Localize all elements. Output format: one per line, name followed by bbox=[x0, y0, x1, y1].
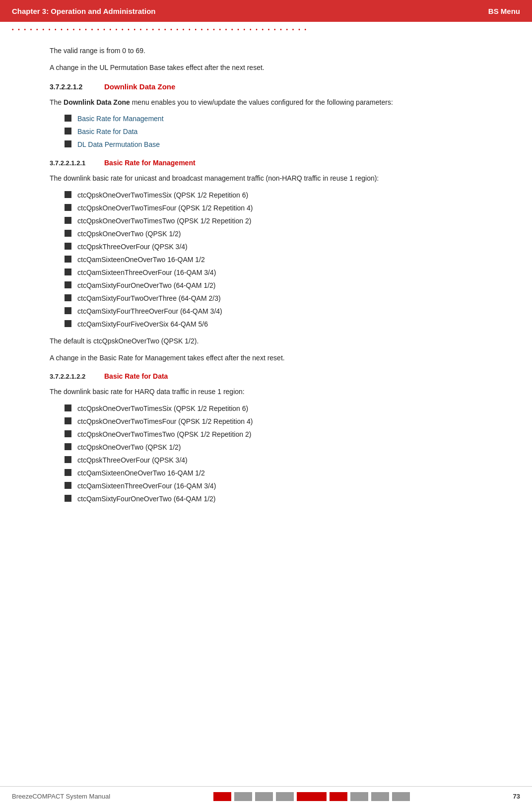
section-37222-title: Basic Rate for Data bbox=[104, 372, 168, 380]
list-item: ctcQpskOneOverTwoTimesTwo (QPSK 1/2 Repe… bbox=[65, 216, 482, 226]
section-3722-intro: The Downlink Data Zone menu enables you … bbox=[50, 97, 482, 108]
section-37222-num: 3.7.2.2.1.2.2 bbox=[50, 373, 104, 380]
list-item: ctcQpskThreeOverFour (QPSK 3/4) bbox=[65, 455, 482, 466]
list-item: Basic Rate for Data bbox=[65, 127, 482, 137]
item-text: ctcQpskOneOverTwoTimesSix (QPSK 1/2 Repe… bbox=[77, 403, 248, 414]
list-item: Basic Rate for Management bbox=[65, 114, 482, 124]
bullet-icon bbox=[65, 230, 71, 237]
bullet-icon bbox=[65, 269, 71, 275]
page-footer: BreezeCOMPACT System Manual 73 bbox=[0, 786, 532, 806]
list-item: ctcQamSixtyFourTwoOverThree (64-QAM 2/3) bbox=[65, 293, 482, 304]
item-text: ctcQpskOneOverTwoTimesFour (QPSK 1/2 Rep… bbox=[77, 416, 253, 427]
item-text: ctcQamSixtyFourFiveOverSix 64-QAM 5/6 bbox=[77, 319, 208, 330]
bullet-icon bbox=[65, 256, 71, 263]
section-37222-items: ctcQpskOneOverTwoTimesSix (QPSK 1/2 Repe… bbox=[65, 403, 482, 504]
list-item: ctcQpskOneOverTwoTimesSix (QPSK 1/2 Repe… bbox=[65, 403, 482, 414]
footer-title: BreezeCOMPACT System Manual bbox=[12, 793, 110, 800]
section-37222-intro: The downlink basic rate for HARQ data tr… bbox=[50, 386, 482, 397]
footer-block-7 bbox=[350, 792, 368, 801]
section-3722-title: Downlink Data Zone bbox=[104, 82, 175, 91]
footer-block-3 bbox=[255, 792, 273, 801]
list-item: ctcQamSixteenOneOverTwo 16-QAM 1/2 bbox=[65, 468, 482, 478]
list-item: ctcQamSixtyFourFiveOverSix 64-QAM 5/6 bbox=[65, 319, 482, 330]
item-text: ctcQpskOneOverTwoTimesTwo (QPSK 1/2 Repe… bbox=[77, 429, 251, 440]
item-text: ctcQamSixtyFourOneOverTwo (64-QAM 1/2) bbox=[77, 494, 216, 504]
intro-text-1: The valid range is from 0 to 69. bbox=[50, 45, 482, 56]
item-text: ctcQamSixtyFourTwoOverThree (64-QAM 2/3) bbox=[77, 293, 221, 304]
item-text: ctcQpskOneOverTwoTimesFour (QPSK 1/2 Rep… bbox=[77, 203, 253, 213]
item-text: ctcQpskOneOverTwoTimesTwo (QPSK 1/2 Repe… bbox=[77, 216, 251, 226]
link-basic-rate-management[interactable]: Basic Rate for Management bbox=[77, 114, 164, 124]
list-item: ctcQpskOneOverTwoTimesTwo (QPSK 1/2 Repe… bbox=[65, 429, 482, 440]
bullet-icon bbox=[65, 443, 71, 450]
bullet-icon bbox=[65, 243, 71, 250]
list-item: ctcQpskOneOverTwo (QPSK 1/2) bbox=[65, 442, 482, 453]
item-text: ctcQamSixteenThreeOverFour (16-QAM 3/4) bbox=[77, 268, 216, 278]
list-item: ctcQpskThreeOverFour (QPSK 3/4) bbox=[65, 242, 482, 252]
item-text: ctcQpskOneOverTwo (QPSK 1/2) bbox=[77, 229, 181, 239]
bullet-icon bbox=[65, 140, 71, 147]
section-3722-links: Basic Rate for Management Basic Rate for… bbox=[65, 114, 482, 150]
list-item: ctcQamSixteenThreeOverFour (16-QAM 3/4) bbox=[65, 268, 482, 278]
section-37221-items: ctcQpskOneOverTwoTimesSix (QPSK 1/2 Repe… bbox=[65, 190, 482, 330]
bullet-icon bbox=[65, 469, 71, 476]
bullet-icon bbox=[65, 495, 71, 502]
list-item: ctcQamSixteenOneOverTwo 16-QAM 1/2 bbox=[65, 255, 482, 265]
section-37221-title: Basic Rate for Management bbox=[104, 159, 196, 167]
footer-block-4 bbox=[276, 792, 294, 801]
section-37221-heading: 3.7.2.2.1.2.1 Basic Rate for Management bbox=[50, 159, 482, 167]
item-text: ctcQamSixtyFourThreeOverFour (64-QAM 3/4… bbox=[77, 306, 222, 317]
footer-decoration bbox=[213, 792, 410, 801]
item-text: ctcQamSixtyFourOneOverTwo (64-QAM 1/2) bbox=[77, 280, 216, 291]
dots-separator: • • • • • • • • • • • • • • • • • • • • … bbox=[0, 22, 532, 34]
footer-block-5 bbox=[297, 792, 327, 801]
bullet-icon bbox=[65, 281, 71, 288]
list-item: DL Data Permutation Base bbox=[65, 139, 482, 150]
list-item: ctcQamSixtyFourOneOverTwo (64-QAM 1/2) bbox=[65, 494, 482, 504]
page-header: Chapter 3: Operation and Administration … bbox=[0, 0, 532, 22]
list-item: ctcQamSixtyFourOneOverTwo (64-QAM 1/2) bbox=[65, 280, 482, 291]
footer-block-9 bbox=[392, 792, 410, 801]
item-text: ctcQamSixteenThreeOverFour (16-QAM 3/4) bbox=[77, 481, 216, 491]
bullet-icon bbox=[65, 294, 71, 301]
footer-block-2 bbox=[234, 792, 252, 801]
list-item: ctcQpskOneOverTwoTimesSix (QPSK 1/2 Repe… bbox=[65, 190, 482, 201]
bullet-icon bbox=[65, 307, 71, 314]
list-item: ctcQamSixtyFourThreeOverFour (64-QAM 3/4… bbox=[65, 306, 482, 317]
bullet-icon bbox=[65, 456, 71, 463]
bullet-icon bbox=[65, 482, 71, 489]
section-37221-default: The default is ctcQpskOneOverTwo (QPSK 1… bbox=[50, 336, 482, 346]
link-basic-rate-data[interactable]: Basic Rate for Data bbox=[77, 127, 137, 137]
link-dl-data-permutation[interactable]: DL Data Permutation Base bbox=[77, 139, 160, 150]
bullet-icon bbox=[65, 204, 71, 211]
list-item: ctcQpskOneOverTwoTimesFour (QPSK 1/2 Rep… bbox=[65, 416, 482, 427]
chapter-title: Chapter 3: Operation and Administration bbox=[12, 7, 155, 15]
section-37221-intro: The downlink basic rate for unicast and … bbox=[50, 173, 482, 184]
bullet-icon bbox=[65, 115, 71, 122]
main-content: The valid range is from 0 to 69. A chang… bbox=[0, 34, 532, 537]
section-3722-num: 3.7.2.2.1.2 bbox=[50, 83, 104, 91]
section-3722-heading: 3.7.2.2.1.2 Downlink Data Zone bbox=[50, 82, 482, 91]
bullet-icon bbox=[65, 128, 71, 134]
footer-block-1 bbox=[213, 792, 231, 801]
intro-text-2: A change in the UL Permutation Base take… bbox=[50, 62, 482, 73]
list-item: ctcQpskOneOverTwoTimesFour (QPSK 1/2 Rep… bbox=[65, 203, 482, 213]
item-text: ctcQpskOneOverTwoTimesSix (QPSK 1/2 Repe… bbox=[77, 190, 248, 201]
section-37222-heading: 3.7.2.2.1.2.2 Basic Rate for Data bbox=[50, 372, 482, 380]
section-37221-num: 3.7.2.2.1.2.1 bbox=[50, 159, 104, 167]
section-title-header: BS Menu bbox=[488, 7, 520, 15]
page-number: 73 bbox=[513, 793, 520, 800]
item-text: ctcQamSixteenOneOverTwo 16-QAM 1/2 bbox=[77, 255, 205, 265]
item-text: ctcQpskThreeOverFour (QPSK 3/4) bbox=[77, 455, 188, 466]
bullet-icon bbox=[65, 430, 71, 437]
bullet-icon bbox=[65, 417, 71, 424]
section-37221-change: A change in the Basic Rate for Managemen… bbox=[50, 352, 482, 363]
item-text: ctcQpskOneOverTwo (QPSK 1/2) bbox=[77, 442, 181, 453]
item-text: ctcQamSixteenOneOverTwo 16-QAM 1/2 bbox=[77, 468, 205, 478]
footer-block-8 bbox=[371, 792, 389, 801]
list-item: ctcQpskOneOverTwo (QPSK 1/2) bbox=[65, 229, 482, 239]
bullet-icon bbox=[65, 320, 71, 327]
bullet-icon bbox=[65, 217, 71, 224]
bullet-icon bbox=[65, 404, 71, 411]
item-text: ctcQpskThreeOverFour (QPSK 3/4) bbox=[77, 242, 188, 252]
